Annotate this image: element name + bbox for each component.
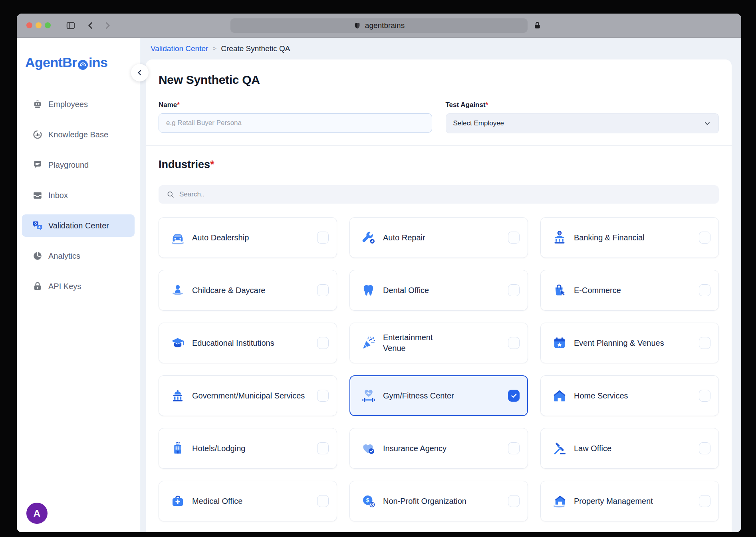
industry-card-entertainment-venue[interactable]: Entertainment Venue [349, 323, 528, 363]
sidebar-item-validation-center[interactable]: QAValidation Center [22, 214, 135, 237]
industry-label: Medical Office [192, 496, 310, 507]
name-label: Name* [159, 101, 432, 109]
industry-label: Auto Repair [383, 232, 501, 243]
lock-gray-icon [32, 281, 43, 291]
close-window-button[interactable] [26, 22, 32, 28]
checkbox-unchecked[interactable] [699, 442, 710, 454]
industry-card-property-management[interactable]: Property Management [540, 481, 719, 521]
checkbox-unchecked[interactable] [508, 232, 520, 244]
sidebar-item-label: Playground [48, 161, 89, 170]
industry-card-medical-office[interactable]: Medical Office [159, 481, 337, 521]
industry-label: Home Services [574, 390, 692, 401]
industry-card-hotels-lodging[interactable]: Hotels/Lodging [159, 428, 337, 469]
sidebar-item-inbox[interactable]: Inbox [22, 184, 135, 206]
industry-label: Property Management [574, 496, 692, 507]
checkbox-unchecked[interactable] [699, 495, 710, 507]
checkbox-unchecked[interactable] [508, 495, 520, 507]
address-bar[interactable]: agentbrains [230, 18, 528, 33]
industry-card-e-commerce[interactable]: E-Commerce [540, 270, 719, 311]
industry-card-gym-fitness-center[interactable]: Gym/Fitness Center [349, 375, 528, 416]
browser-window: agentbrains AgentBrins EmployeesKnowledg… [17, 14, 741, 532]
breadcrumb-separator: > [212, 45, 216, 53]
minimize-window-button[interactable] [36, 22, 42, 28]
url-text: agentbrains [365, 21, 405, 30]
checkbox-unchecked[interactable] [317, 232, 329, 244]
industry-card-government-municipal-services[interactable]: Government/Municipal Services [159, 375, 337, 416]
content-panel: New Synthetic QA Name* Test Against* [146, 59, 732, 532]
browser-sidebar-toggle-icon[interactable] [65, 20, 76, 31]
checkbox-unchecked[interactable] [317, 337, 329, 349]
checkbox-unchecked[interactable] [699, 337, 710, 349]
industry-card-dental-office[interactable]: Dental Office [349, 270, 528, 311]
insurance-agency-icon [361, 441, 376, 456]
required-asterisk: * [210, 159, 214, 170]
sidebar-item-label: Inbox [48, 191, 68, 200]
required-asterisk: * [486, 101, 488, 109]
forward-icon[interactable] [102, 20, 113, 31]
industry-label: Childcare & Daycare [192, 285, 310, 296]
industries-search-input[interactable] [179, 190, 711, 199]
sidebar-item-analytics[interactable]: Analytics [22, 245, 135, 267]
checkbox-unchecked[interactable] [317, 284, 329, 296]
page-title: New Synthetic QA [159, 73, 719, 87]
avatar[interactable]: A [26, 503, 48, 524]
back-icon[interactable] [85, 20, 96, 31]
educational-institutions-icon [170, 335, 185, 351]
industry-card-educational-institutions[interactable]: Educational Institutions [159, 323, 337, 363]
industry-card-childcare-daycare[interactable]: Childcare & Daycare [159, 270, 337, 311]
industry-card-banking-financial[interactable]: $Banking & Financial [540, 217, 719, 258]
test-against-field-group: Test Against* Select Employee [446, 101, 719, 133]
name-input[interactable] [159, 113, 432, 133]
checkbox-checked[interactable] [508, 390, 520, 402]
industry-label: Auto Dealership [192, 232, 310, 243]
pie-icon [32, 251, 43, 261]
sidebar-collapse-button[interactable] [131, 64, 149, 81]
industry-card-law-office[interactable]: Law Office [540, 428, 719, 469]
sidebar-item-employees[interactable]: Employees [22, 93, 135, 115]
checkbox-unchecked[interactable] [317, 390, 329, 402]
chat-icon [32, 160, 43, 170]
sidebar-item-api-keys[interactable]: API Keys [22, 275, 135, 297]
industries-search [159, 185, 719, 204]
breadcrumb-current: Create Synthetic QA [221, 44, 290, 53]
logo-text-ins: ins [89, 55, 107, 70]
shield-icon[interactable] [353, 22, 361, 30]
logo-text-br: Br [62, 55, 77, 70]
gym-fitness-icon [361, 388, 376, 403]
sidebar-item-playground[interactable]: Playground [22, 154, 135, 176]
industry-card-non-profit-organization[interactable]: $Non-Profit Organization [349, 481, 528, 521]
property-management-icon [552, 493, 567, 509]
industry-card-auto-repair[interactable]: Auto Repair [349, 217, 528, 258]
checkbox-unchecked[interactable] [317, 442, 329, 454]
checkbox-unchecked[interactable] [317, 495, 329, 507]
lock-icon [533, 21, 542, 30]
sidebar-item-label: Knowledge Base [48, 130, 108, 139]
knowledge-icon [32, 129, 43, 140]
checkbox-unchecked[interactable] [508, 337, 520, 349]
industry-label: Gym/Fitness Center [383, 390, 501, 401]
industry-label: Law Office [574, 443, 692, 454]
checkbox-unchecked[interactable] [699, 284, 710, 296]
breadcrumb: Validation Center > Create Synthetic QA [140, 38, 741, 59]
industry-card-event-planning-venues[interactable]: Event Planning & Venues [540, 323, 719, 363]
checkbox-unchecked[interactable] [699, 390, 710, 402]
test-against-select[interactable]: Select Employee [446, 113, 719, 133]
e-commerce-icon [552, 283, 567, 298]
main-content: Validation Center > Create Synthetic QA … [140, 38, 741, 532]
industry-label: Educational Institutions [192, 338, 310, 349]
svg-text:Q: Q [34, 222, 37, 225]
industry-card-auto-dealership[interactable]: Auto Dealership [159, 217, 337, 258]
sidebar-item-label: Employees [48, 100, 88, 109]
checkbox-unchecked[interactable] [508, 284, 520, 296]
checkbox-unchecked[interactable] [699, 232, 710, 244]
select-value: Select Employee [453, 119, 504, 127]
robot-icon [32, 99, 43, 109]
industry-label: Government/Municipal Services [192, 390, 310, 401]
zoom-window-button[interactable] [45, 22, 51, 28]
qa-icon: QA [32, 220, 43, 231]
sidebar-item-knowledge-base[interactable]: Knowledge Base [22, 123, 135, 146]
industry-card-insurance-agency[interactable]: Insurance Agency [349, 428, 528, 469]
checkbox-unchecked[interactable] [508, 442, 520, 454]
breadcrumb-validation-center-link[interactable]: Validation Center [151, 44, 208, 53]
industry-card-home-services[interactable]: Home Services [540, 375, 719, 416]
